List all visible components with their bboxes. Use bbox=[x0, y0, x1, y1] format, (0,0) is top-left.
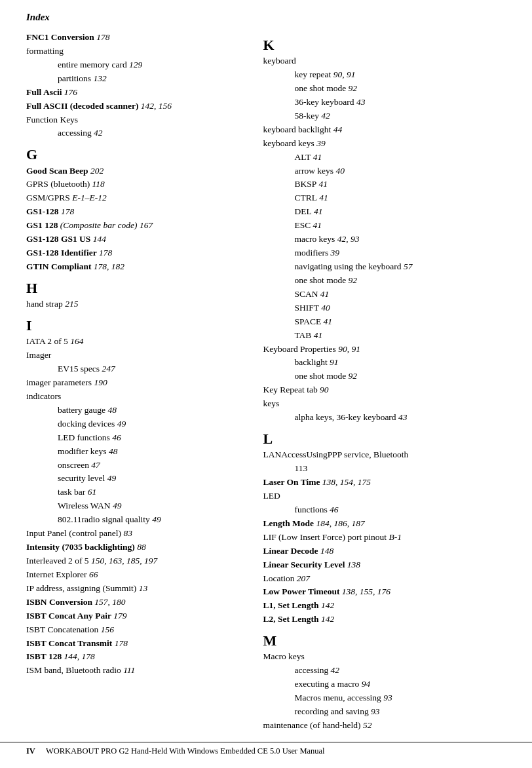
entry-text: keyboard keys bbox=[263, 138, 314, 148]
entry-page-num: 144 bbox=[90, 234, 106, 244]
entry-page-num: 42 bbox=[319, 111, 330, 121]
entry-bold-text: Low Power Timeout bbox=[263, 586, 339, 596]
entry-text: imager parameters bbox=[26, 377, 92, 387]
index-entry: Key Repeat tab 90 bbox=[263, 383, 506, 397]
entry-page-num: 129 bbox=[127, 60, 143, 69]
index-entry: 36-key keyboard 43 bbox=[263, 96, 506, 109]
entry-page-num: 41 bbox=[316, 179, 328, 189]
index-entry: Full Ascii 176 bbox=[26, 86, 237, 100]
entry-page-num: 157, 180 bbox=[92, 597, 126, 607]
index-entry: one shot mode 92 bbox=[263, 274, 506, 288]
entry-page-num: 57 bbox=[402, 261, 413, 271]
entry-text: ISBT Concatenation bbox=[26, 624, 98, 634]
entry-text: Macros menu, accessing bbox=[294, 693, 381, 702]
index-entry: L1, Set Length 142 bbox=[263, 599, 506, 613]
entry-page-num: 178 bbox=[59, 206, 75, 216]
entry-text: LED bbox=[263, 491, 280, 501]
entry-text: battery gauge bbox=[58, 405, 105, 415]
entry-page-num: 49 bbox=[111, 501, 122, 510]
entry-text: IP address, assigning (Summit) bbox=[26, 583, 136, 593]
entry-page-num: 93 bbox=[381, 693, 392, 702]
entry-text: 802.11radio signal quality bbox=[58, 514, 150, 524]
index-entry: Full ASCII (decoded scanner) 142, 156 bbox=[26, 100, 237, 113]
entry-page-num: 247 bbox=[100, 364, 115, 374]
entry-page-num: 52 bbox=[361, 720, 372, 730]
entry-page-num: 48 bbox=[105, 405, 117, 415]
entry-text: accessing bbox=[58, 128, 92, 138]
entry-page-num: 144, 178 bbox=[62, 651, 95, 661]
entry-page-num: 41 bbox=[312, 206, 323, 216]
index-entry: keyboard keys 39 bbox=[263, 137, 506, 151]
entry-page-num: 41 bbox=[311, 330, 322, 340]
entry-text: Wireless WAN bbox=[58, 501, 111, 510]
entry-page-num: 148 bbox=[318, 546, 334, 556]
entry-page-num: 41 bbox=[311, 220, 322, 230]
index-entry: GSM/GPRS E-1–E-12 bbox=[26, 191, 237, 205]
index-entry: SPACE 41 bbox=[263, 315, 506, 329]
index-entry: GS1 128 (Composite bar code) 167 bbox=[26, 219, 237, 233]
entry-page-num: 138, 155, 176 bbox=[339, 586, 390, 596]
left-column: FNC1 Conversion 178formattingentire memo… bbox=[26, 31, 256, 733]
entry-page-num: 40 bbox=[333, 166, 345, 176]
index-entry: backlight 91 bbox=[263, 356, 506, 370]
entry-bold-text: Linear Decode bbox=[263, 546, 318, 556]
entry-text: LIF (Low Insert Force) port pinout bbox=[263, 532, 387, 542]
entry-text: ALT bbox=[294, 152, 311, 162]
section-letter-h: H bbox=[26, 280, 237, 296]
entry-page-num: 40 bbox=[319, 303, 330, 313]
entry-text: formatting bbox=[26, 46, 64, 56]
entry-text: security level bbox=[58, 473, 105, 483]
entry-text: Function Keys bbox=[26, 115, 78, 125]
entry-text: 58-key bbox=[294, 111, 319, 121]
entry-text: key repeat bbox=[294, 69, 331, 79]
entry-text: navigating using the keyboard bbox=[294, 261, 401, 271]
section-letter-l: L bbox=[263, 431, 506, 447]
entry-page-num: 41 bbox=[318, 289, 329, 299]
entry-page-num: 43 bbox=[396, 412, 408, 422]
index-entry: formatting bbox=[26, 45, 237, 58]
index-entry: ISBT 128 144, 178 bbox=[26, 650, 237, 664]
entry-page-num: 179 bbox=[111, 611, 127, 621]
index-entry: Location 207 bbox=[263, 572, 506, 586]
entry-text: keyboard bbox=[263, 56, 295, 66]
entry-text: one shot mode bbox=[294, 275, 346, 285]
entry-page-num: 61 bbox=[85, 487, 96, 497]
index-entry: recording and saving 93 bbox=[263, 705, 506, 719]
entry-text: entire memory card bbox=[58, 60, 127, 69]
entry-bold-text: L1, Set Length bbox=[263, 600, 318, 610]
index-entry: Good Scan Beep 202 bbox=[26, 164, 237, 178]
entry-bold-text: GS1-128 Identifier bbox=[26, 248, 97, 258]
entry-page-num: 215 bbox=[63, 299, 79, 309]
index-entry: 802.11radio signal quality 49 bbox=[26, 513, 237, 527]
index-entry: one shot mode 92 bbox=[263, 370, 506, 383]
index-entry: Input Panel (control panel) 83 bbox=[26, 527, 237, 541]
index-entry: Internet Explorer 66 bbox=[26, 568, 237, 582]
entry-text: Keyboard Properties bbox=[263, 344, 335, 354]
entry-page-num: 132 bbox=[91, 73, 107, 83]
entry-page-num: 142 bbox=[319, 600, 335, 610]
entry-page-num: 13 bbox=[136, 583, 147, 593]
index-entry: functions 46 bbox=[263, 503, 506, 517]
entry-page-num: 49 bbox=[105, 473, 116, 483]
entry-page-num: 48 bbox=[107, 446, 118, 456]
entry-page-num: 83 bbox=[121, 528, 132, 538]
entry-bold-text: L2, Set Length bbox=[263, 614, 318, 624]
entry-page-num: 49 bbox=[150, 514, 161, 524]
index-entry: one shot mode 92 bbox=[263, 82, 506, 96]
index-entry: FNC1 Conversion 178 bbox=[26, 31, 237, 45]
index-entry: 113 bbox=[263, 462, 506, 476]
entry-page-num: 93 bbox=[369, 706, 380, 716]
index-entry: navigating using the keyboard 57 bbox=[263, 260, 506, 274]
index-entry: 58-key 42 bbox=[263, 109, 506, 123]
section-letter-k: K bbox=[263, 37, 506, 53]
index-entry: Macros menu, accessing 93 bbox=[263, 691, 506, 705]
entry-text: macro keys bbox=[294, 234, 335, 244]
index-entry: GS1-128 178 bbox=[26, 205, 237, 219]
entry-page-num: 47 bbox=[89, 460, 100, 470]
index-entry: Low Power Timeout 138, 155, 176 bbox=[263, 585, 506, 599]
entry-bold-text: Full Ascii bbox=[26, 87, 62, 97]
entry-text: LANAccessUsingPPP service, Bluetooth bbox=[263, 450, 408, 459]
index-entry: Function Keys bbox=[26, 113, 237, 127]
entry-page-num: 164 bbox=[68, 336, 84, 346]
entry-text: modifier keys bbox=[58, 446, 107, 456]
